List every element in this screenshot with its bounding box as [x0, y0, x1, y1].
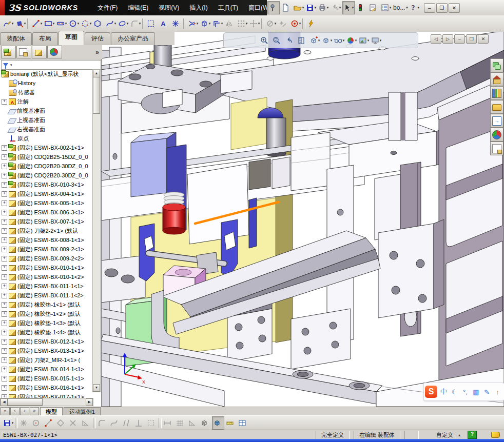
minimize-button[interactable]: – [424, 3, 435, 13]
dropdown-arrow-icon[interactable]: ▾ [302, 6, 304, 10]
tree-item[interactable]: 右视基准面 [0, 125, 93, 134]
solidworks-resources-button[interactable] [490, 72, 503, 86]
tree-item[interactable]: 前视基准面 [0, 106, 93, 115]
fullwidth-mode-button[interactable]: ☾ [449, 388, 460, 396]
dropdown-arrow-icon[interactable]: ▾ [197, 22, 199, 26]
tree-item[interactable]: (固定) ESWI-BX-009-2<1> [0, 245, 93, 254]
dropdown-arrow-icon[interactable]: ▾ [367, 38, 370, 43]
featuremanager-tree-tab[interactable] [1, 46, 16, 58]
expand-toggle[interactable] [2, 256, 7, 262]
tree-horizontal-scrollbar[interactable]: ◀ ▶ [0, 398, 93, 406]
menu-item[interactable]: 工具(T) [213, 2, 243, 14]
new-file-button[interactable]: ▾ [281, 2, 292, 14]
save-button[interactable]: ▾ [3, 417, 14, 429]
tree-item[interactable]: (固定) ESWI-BX-013-1<1> [0, 346, 93, 355]
dropdown-arrow-icon[interactable]: ▾ [12, 22, 14, 26]
appearances-button[interactable] [490, 128, 503, 142]
expand-toggle[interactable] [2, 210, 7, 215]
tree-item[interactable]: (固定) 橡胶垫-1<1> (默认 [0, 300, 93, 309]
length-snap-button[interactable]: ▾ [163, 417, 174, 429]
tree-item[interactable]: 注解 [0, 97, 93, 106]
model-tab[interactable]: 模型 [40, 407, 63, 416]
expand-toggle[interactable] [2, 265, 7, 271]
dropdown-arrow-icon[interactable]: ▾ [65, 22, 67, 26]
dropdown-arrow-icon[interactable]: ▾ [299, 22, 301, 26]
dropdown-arrow-icon[interactable]: ▾ [315, 6, 317, 10]
command-tab[interactable]: 草图 [59, 31, 84, 45]
tree-item[interactable]: (固定) ESWI-BX-010-1<1> [0, 263, 93, 272]
expand-toggle[interactable] [2, 99, 7, 105]
tree-item[interactable]: (固定) ESWI-BX-002-1<1> [0, 143, 93, 152]
soft-keyboard-button[interactable]: ▦ [471, 388, 481, 396]
tree-item[interactable]: 原点 [0, 134, 93, 143]
print-button[interactable]: ▾ [318, 2, 329, 14]
perimeter-circle-button[interactable]: ▾ [81, 17, 92, 30]
measure-button[interactable]: ▾ [225, 417, 237, 429]
model-tab[interactable]: 运动算例1 [64, 407, 101, 416]
point-button[interactable]: ▾ [171, 17, 182, 30]
dropdown-arrow-icon[interactable]: ▾ [343, 38, 345, 43]
center-snap-button[interactable]: ▾ [31, 417, 43, 429]
smart-dimension-button[interactable]: ▾ [15, 17, 26, 30]
custom-properties-button[interactable] [490, 142, 503, 155]
point-snap-button[interactable]: ▾ [19, 417, 30, 429]
dropdown-arrow-icon[interactable]: ▾ [258, 22, 260, 26]
toolbox-button[interactable]: ↑ [492, 388, 503, 396]
handwriting-button[interactable]: ✎ [481, 388, 492, 396]
circle-button[interactable]: ▾ [68, 17, 80, 30]
zoom-to-area-button[interactable]: ▾ [272, 34, 283, 47]
intersection-snap-button[interactable]: ▾ [68, 417, 80, 429]
ellipse-button[interactable]: ▾ [118, 17, 129, 30]
minimize-viewport-button[interactable]: – [454, 34, 465, 44]
expand-toggle[interactable] [2, 191, 7, 197]
section-view-button[interactable]: ▾ [297, 34, 308, 47]
design-library-button[interactable] [490, 86, 503, 100]
linear-pattern-button[interactable]: ▾ [237, 17, 248, 30]
tree-root-item[interactable]: boxianji (默认<默认_显示状 [0, 69, 93, 78]
shaded-view-button[interactable]: ▾ [212, 416, 224, 430]
dropdown-arrow-icon[interactable]: ▾ [331, 38, 333, 43]
menu-item[interactable]: 插入(I) [184, 2, 212, 14]
previous-view-button[interactable]: ▾ [284, 34, 296, 47]
dropdown-arrow-icon[interactable]: ▾ [209, 22, 211, 26]
expand-toggle[interactable] [2, 348, 7, 354]
grid-snap-button[interactable]: ▾ [175, 417, 186, 429]
dropdown-arrow-icon[interactable]: ▾ [246, 22, 248, 26]
chinese-mode-button[interactable]: 中 [438, 387, 449, 396]
polygon-button[interactable]: ▾ [93, 17, 104, 30]
midpoint-snap-button[interactable]: ▾ [56, 417, 67, 429]
custom-status-arrow-icon[interactable]: ▴ [458, 433, 460, 437]
panel-overflow-button[interactable]: » [95, 49, 99, 56]
dropdown-arrow-icon[interactable]: ▾ [327, 6, 329, 10]
line-button[interactable]: ▾ [31, 17, 43, 30]
tree-item[interactable]: (固定) ESWI-BX-007-1<1> [0, 217, 93, 226]
search-dropdown-icon[interactable]: ▾ [406, 6, 408, 10]
dropdown-arrow-icon[interactable]: ▾ [139, 22, 141, 26]
close-button[interactable]: ✕ [449, 3, 460, 13]
tree-item[interactable]: (固定) ESWI-BX-006-3<1> [0, 208, 93, 217]
design-table-button[interactable]: ▾ [238, 417, 249, 429]
dropdown-arrow-icon[interactable]: ▾ [53, 22, 55, 26]
view-palette-button[interactable] [490, 114, 503, 128]
expand-toggle[interactable] [2, 385, 7, 391]
tree-item[interactable]: (固定) ESWI-BX-011-1<2> [0, 291, 93, 300]
dropdown-arrow-icon[interactable]: ▾ [77, 22, 80, 26]
expand-toggle[interactable] [2, 154, 7, 160]
tree-item[interactable]: History [0, 78, 93, 88]
convert-entities-button[interactable]: ▾ [200, 17, 211, 30]
expand-toggle[interactable] [2, 274, 7, 280]
perpendicular-snap-button[interactable]: ▾ [134, 417, 145, 429]
edit-options-button[interactable]: ▾ [368, 2, 379, 14]
sketch-fillet-button[interactable]: ▾ [130, 17, 141, 30]
tree-item[interactable]: (固定) ESWI-BX-015-1<1> [0, 374, 93, 383]
expand-toggle[interactable] [2, 284, 7, 289]
tree-item[interactable]: (固定) 橡胶垫-1<4> (默认 [0, 328, 93, 337]
previous-window-button[interactable]: ◁ [431, 34, 441, 44]
assembly-3d-model[interactable]: X [101, 32, 504, 407]
quick-snaps-button[interactable]: ▾ [306, 17, 318, 30]
menu-item[interactable]: 编辑(E) [123, 2, 153, 14]
display-style-button[interactable]: ▾ [321, 34, 333, 47]
expand-toggle[interactable] [2, 219, 7, 225]
custom-status-label[interactable]: 自定义 [431, 431, 458, 439]
expand-toggle[interactable] [2, 330, 7, 335]
